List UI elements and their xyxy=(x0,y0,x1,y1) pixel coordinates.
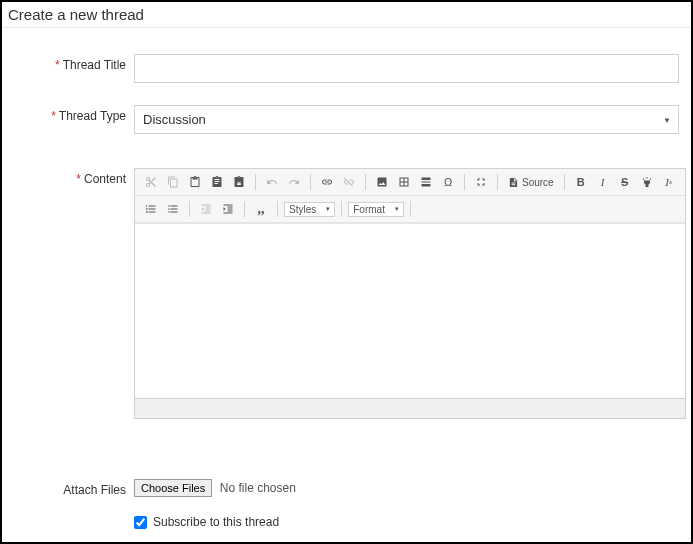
editor-footer xyxy=(135,398,685,418)
toolbar-divider xyxy=(365,174,366,190)
bold-icon[interactable]: B xyxy=(571,172,591,192)
file-status-text: No file chosen xyxy=(220,481,296,495)
thread-type-value: Discussion xyxy=(134,105,679,134)
required-marker: * xyxy=(55,58,60,72)
label-thread-type-text: Thread Type xyxy=(59,109,126,123)
highlight-icon[interactable] xyxy=(637,172,657,192)
cut-icon[interactable] xyxy=(141,172,161,192)
numbered-list-icon[interactable] xyxy=(141,199,161,219)
strike-icon[interactable]: S xyxy=(615,172,635,192)
required-marker: * xyxy=(76,172,81,186)
undo-icon[interactable] xyxy=(262,172,282,192)
chevron-down-icon: ▾ xyxy=(395,205,399,213)
subscribe-checkbox[interactable] xyxy=(134,516,147,529)
maximize-icon[interactable] xyxy=(471,172,491,192)
paste-icon[interactable] xyxy=(185,172,205,192)
row-subscribe: Subscribe to this thread xyxy=(14,515,679,529)
toolbar-row-2: ,, Styles ▾ Format ▾ xyxy=(135,196,685,223)
toolbar-divider xyxy=(497,174,498,190)
bulleted-list-icon[interactable] xyxy=(163,199,183,219)
row-thread-type: *Thread Type Discussion ▼ xyxy=(14,105,679,134)
paste-word-icon[interactable] xyxy=(229,172,249,192)
label-attach-files: Attach Files xyxy=(14,479,126,497)
page-title: Create a new thread xyxy=(2,2,691,28)
thread-type-select[interactable]: Discussion ▼ xyxy=(134,105,679,134)
unlink-icon[interactable] xyxy=(339,172,359,192)
outdent-icon[interactable] xyxy=(196,199,216,219)
label-thread-type: *Thread Type xyxy=(14,105,126,123)
copy-icon[interactable] xyxy=(163,172,183,192)
chevron-down-icon: ▾ xyxy=(326,205,330,213)
content-editor: Ω Source B I S Ix xyxy=(134,168,686,419)
format-label: Format xyxy=(353,204,385,215)
styles-label: Styles xyxy=(289,204,316,215)
choose-files-button[interactable]: Choose Files xyxy=(134,479,212,497)
remove-format-icon[interactable]: Ix xyxy=(659,172,679,192)
redo-icon[interactable] xyxy=(284,172,304,192)
row-attach-files: Attach Files Choose Files No file chosen xyxy=(14,479,679,497)
image-icon[interactable] xyxy=(372,172,392,192)
label-thread-title: *Thread Title xyxy=(14,54,126,72)
label-attach-files-text: Attach Files xyxy=(63,483,126,497)
hr-icon[interactable] xyxy=(416,172,436,192)
required-marker: * xyxy=(51,109,56,123)
editor-body[interactable] xyxy=(135,223,685,398)
source-label: Source xyxy=(522,177,554,188)
toolbar-divider xyxy=(564,174,565,190)
paste-text-icon[interactable] xyxy=(207,172,227,192)
toolbar-row-1: Ω Source B I S Ix xyxy=(135,169,685,196)
form-container: *Thread Title *Thread Type Discussion ▼ … xyxy=(2,28,691,544)
row-thread-title: *Thread Title xyxy=(14,54,679,83)
toolbar-divider xyxy=(244,201,245,217)
table-icon[interactable] xyxy=(394,172,414,192)
toolbar-divider xyxy=(341,201,342,217)
thread-title-input[interactable] xyxy=(134,54,679,83)
format-select[interactable]: Format ▾ xyxy=(348,202,404,217)
toolbar-divider xyxy=(189,201,190,217)
toolbar-divider xyxy=(464,174,465,190)
italic-icon[interactable]: I xyxy=(593,172,613,192)
styles-select[interactable]: Styles ▾ xyxy=(284,202,335,217)
indent-icon[interactable] xyxy=(218,199,238,219)
subscribe-text: Subscribe to this thread xyxy=(153,515,279,529)
label-content-text: Content xyxy=(84,172,126,186)
toolbar-divider xyxy=(255,174,256,190)
toolbar-divider xyxy=(277,201,278,217)
toolbar-divider xyxy=(310,174,311,190)
link-icon[interactable] xyxy=(317,172,337,192)
source-button[interactable]: Source xyxy=(504,175,558,190)
row-content: *Content xyxy=(14,168,679,419)
subscribe-checkbox-label[interactable]: Subscribe to this thread xyxy=(134,515,679,529)
label-content: *Content xyxy=(14,168,126,186)
label-thread-title-text: Thread Title xyxy=(63,58,126,72)
blockquote-icon[interactable]: ,, xyxy=(251,199,271,219)
special-char-icon[interactable]: Ω xyxy=(438,172,458,192)
toolbar-divider xyxy=(410,201,411,217)
